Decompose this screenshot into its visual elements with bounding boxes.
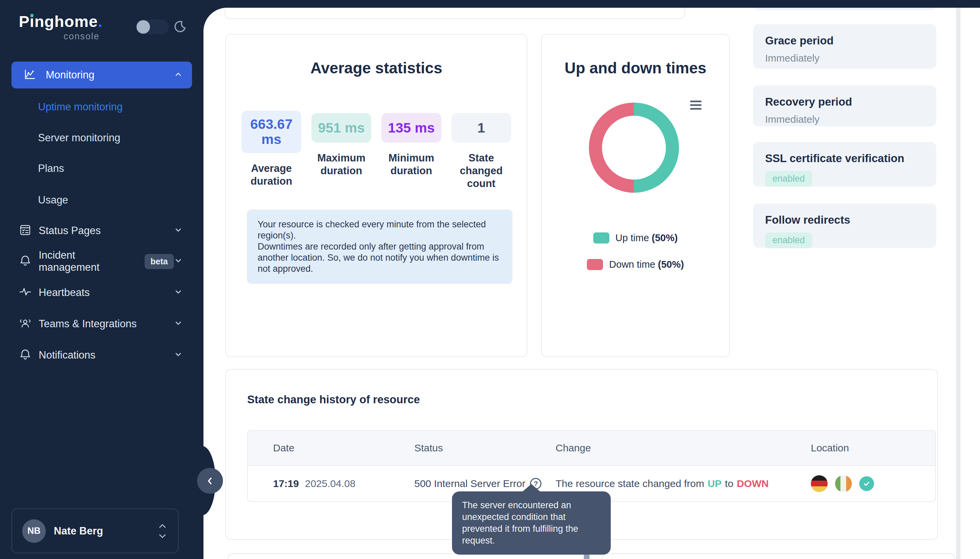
heartbeat-icon bbox=[19, 286, 31, 300]
main-content: Average statistics 663.67 ms Average dur… bbox=[203, 8, 980, 559]
sidebar-item-usage[interactable]: Usage bbox=[38, 193, 186, 208]
chevron-left-icon bbox=[205, 476, 215, 486]
up-down-times-title: Up and down times bbox=[542, 59, 729, 77]
germany-flag-icon bbox=[811, 475, 828, 492]
sidebar-item-label: Teams & Integrations bbox=[39, 318, 137, 330]
setting-title: SSL certificate verification bbox=[765, 152, 924, 165]
chart-legend: Up time(50%) Down time(50%) bbox=[542, 232, 729, 270]
legend-label: Up time bbox=[615, 232, 649, 243]
stats-row: 663.67 ms Average duration 951 ms Maximu… bbox=[226, 111, 527, 190]
dark-mode-moon-icon[interactable] bbox=[172, 19, 188, 35]
stat-value: 135 ms bbox=[382, 113, 441, 142]
chart-menu-icon[interactable] bbox=[690, 101, 702, 112]
stat-value: 663.67 ms bbox=[241, 111, 301, 153]
setting-title: Follow redirects bbox=[765, 213, 924, 227]
sidebar-item-monitoring[interactable]: Monitoring bbox=[12, 61, 192, 88]
state-up-label: UP bbox=[707, 478, 722, 490]
sidebar-item-notifications[interactable]: Notifications bbox=[12, 341, 192, 370]
legend-percent: (50%) bbox=[658, 259, 684, 270]
check-info-note: Your resource is checked every minute fr… bbox=[247, 210, 512, 284]
stat-value: 1 bbox=[451, 113, 511, 142]
sidebar-item-heartbeats[interactable]: Heartbeats bbox=[12, 278, 192, 308]
row-date: 2025.04.08 bbox=[305, 478, 355, 490]
stat-label: Average duration bbox=[241, 162, 301, 188]
setting-title: Recovery period bbox=[765, 96, 924, 108]
user-menu-chevrons bbox=[159, 523, 167, 539]
legend-label: Down time bbox=[609, 259, 655, 270]
partial-card-above bbox=[225, 8, 685, 19]
teams-icon bbox=[19, 317, 31, 331]
legend-item-down-time: Down time(50%) bbox=[587, 259, 684, 270]
column-header-status: Status bbox=[414, 431, 443, 465]
chevron-down-icon bbox=[174, 226, 183, 236]
change-text: The resource state changed from bbox=[555, 478, 704, 490]
sidebar-item-label: Monitoring bbox=[46, 69, 174, 81]
column-header-location: Location bbox=[811, 431, 849, 465]
enabled-badge: enabled bbox=[765, 232, 812, 248]
down-time-swatch bbox=[587, 259, 603, 270]
status-tooltip: The server encountered an unexpected con… bbox=[452, 491, 611, 555]
enabled-badge: enabled bbox=[765, 171, 812, 187]
stat-maximum-duration: 951 ms Maximum duration bbox=[311, 111, 371, 177]
column-header-date: Date bbox=[273, 431, 294, 465]
partial-card-below-right bbox=[602, 553, 955, 559]
average-statistics-title: Average statistics bbox=[226, 59, 527, 77]
up-down-times-card: Up and down times Up time(50%) Down time… bbox=[541, 34, 730, 357]
stat-label: Minimum duration bbox=[382, 152, 441, 177]
stat-minimum-duration: 135 ms Minimum duration bbox=[382, 111, 441, 177]
row-time: 17:19 bbox=[273, 478, 299, 490]
updown-donut bbox=[589, 103, 679, 193]
recovery-period-card: Recovery period Immediately bbox=[753, 86, 936, 126]
partial-settings-card bbox=[753, 8, 936, 10]
stat-label: State changed count bbox=[451, 152, 511, 190]
logo-i-dot bbox=[30, 14, 34, 17]
logo-subtitle: console bbox=[19, 31, 99, 42]
sidebar-item-server-monitoring[interactable]: Server monitoring bbox=[38, 131, 186, 145]
sidebar-item-label: Incident management bbox=[39, 249, 139, 273]
stat-state-changed-count: 1 State changed count bbox=[451, 111, 511, 190]
bell-icon bbox=[19, 348, 31, 362]
avatar: NB bbox=[22, 519, 46, 543]
setting-value: Immediately bbox=[765, 114, 924, 125]
sidebar: Pinghome. console Monitoring Uptime moni… bbox=[0, 0, 203, 559]
beta-badge: beta bbox=[145, 254, 174, 269]
pinghome-console-page: Pinghome. console Monitoring Uptime moni… bbox=[0, 0, 980, 559]
legend-percent: (50%) bbox=[652, 232, 678, 243]
tooltip-text: The server encountered an unexpected con… bbox=[462, 500, 578, 546]
chevron-up-icon bbox=[159, 523, 167, 528]
average-statistics-card: Average statistics 663.67 ms Average dur… bbox=[225, 34, 527, 357]
chevron-down-icon bbox=[159, 534, 167, 539]
chevron-down-icon bbox=[174, 288, 183, 298]
follow-redirects-card: Follow redirects enabled bbox=[753, 203, 936, 248]
chevron-down-icon bbox=[174, 319, 183, 329]
sidebar-item-uptime-monitoring[interactable]: Uptime monitoring bbox=[38, 99, 186, 114]
chevron-down-icon bbox=[174, 350, 183, 360]
sidebar-item-status-pages[interactable]: Status Pages bbox=[12, 216, 192, 246]
tooltip-arrow bbox=[522, 484, 541, 492]
theme-toggle-knob[interactable] bbox=[137, 20, 150, 34]
change-text: to bbox=[725, 478, 734, 490]
table-header: Date Status Change Location bbox=[248, 431, 935, 466]
sidebar-item-plans[interactable]: Plans bbox=[38, 161, 186, 176]
user-name: Nate Berg bbox=[54, 525, 159, 537]
state-change-history-title: State change history of resource bbox=[247, 393, 420, 406]
up-time-swatch bbox=[593, 232, 610, 243]
sidebar-collapse-button[interactable] bbox=[197, 468, 223, 494]
vertical-scrollbar[interactable] bbox=[956, 8, 960, 559]
chevron-up-icon bbox=[174, 70, 183, 80]
sidebar-item-teams-integrations[interactable]: Teams & Integrations bbox=[12, 309, 192, 339]
logo-period: . bbox=[98, 12, 102, 30]
logo: Pinghome. console bbox=[19, 12, 99, 42]
grace-period-card: Grace period Immediately bbox=[753, 24, 936, 69]
theme-toggle[interactable] bbox=[136, 20, 169, 34]
ssl-verification-card: SSL certificate verification enabled bbox=[753, 142, 936, 187]
stat-value: 951 ms bbox=[311, 113, 371, 142]
bell-icon bbox=[19, 254, 31, 268]
user-menu[interactable]: NB Nate Berg bbox=[12, 509, 178, 553]
sidebar-item-label: Status Pages bbox=[39, 225, 101, 237]
logo-text: Pinghome. bbox=[19, 12, 99, 31]
column-header-change: Change bbox=[555, 431, 591, 465]
monitoring-chart-icon bbox=[23, 68, 36, 82]
info-line: Downtimes are recorded only after gettin… bbox=[258, 241, 502, 275]
sidebar-item-incident-management[interactable]: Incident management beta bbox=[12, 246, 192, 276]
